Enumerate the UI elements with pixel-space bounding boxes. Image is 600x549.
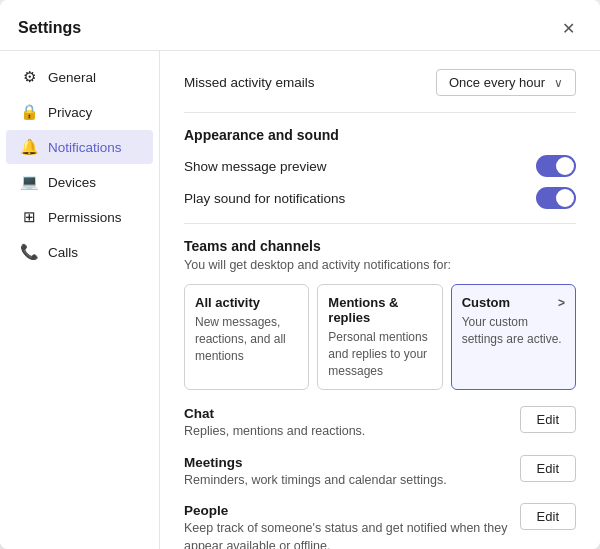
card-custom[interactable]: Custom > Your custom settings are active… xyxy=(451,284,576,390)
meetings-edit-button[interactable]: Edit xyxy=(520,455,576,482)
permissions-icon: ⊞ xyxy=(20,208,38,226)
notifications-icon: 🔔 xyxy=(20,138,38,156)
missed-activity-row: Missed activity emails Once every hour ∨ xyxy=(184,69,576,96)
card-mentions-replies-title: Mentions & replies xyxy=(328,295,431,325)
people-text: People Keep track of someone's status an… xyxy=(184,503,508,549)
card-all-activity-desc: New messages, reactions, and all mention… xyxy=(195,314,298,364)
teams-channels-section: Teams and channels You will get desktop … xyxy=(184,238,576,390)
sidebar-item-devices[interactable]: 💻Devices xyxy=(6,165,153,199)
teams-channels-heading: Teams and channels xyxy=(184,238,576,254)
title-bar: Settings ✕ xyxy=(0,0,600,51)
chat-edit-button[interactable]: Edit xyxy=(520,406,576,433)
missed-activity-value: Once every hour xyxy=(449,75,545,90)
privacy-icon: 🔒 xyxy=(20,103,38,121)
sidebar-item-notifications[interactable]: 🔔Notifications xyxy=(6,130,153,164)
card-all-activity[interactable]: All activity New messages, reactions, an… xyxy=(184,284,309,390)
close-button[interactable]: ✕ xyxy=(554,14,582,42)
play-sound-row: Play sound for notifications xyxy=(184,187,576,209)
sidebar-item-label-permissions: Permissions xyxy=(48,210,122,225)
content-area: ⚙General🔒Privacy🔔Notifications💻Devices⊞P… xyxy=(0,51,600,549)
show-message-preview-toggle[interactable] xyxy=(536,155,576,177)
dropdown-chevron-icon: ∨ xyxy=(554,76,563,90)
card-custom-chevron-icon: > xyxy=(558,296,565,310)
sidebar-item-label-general: General xyxy=(48,70,96,85)
sidebar-item-label-privacy: Privacy xyxy=(48,105,92,120)
window-title: Settings xyxy=(18,19,81,37)
sidebar-item-general[interactable]: ⚙General xyxy=(6,60,153,94)
people-name: People xyxy=(184,503,508,518)
meetings-row: Meetings Reminders, work timings and cal… xyxy=(184,455,576,490)
people-edit-button[interactable]: Edit xyxy=(520,503,576,530)
chat-section: Chat Replies, mentions and reactions. Ed… xyxy=(184,406,576,441)
card-custom-title: Custom > xyxy=(462,295,565,310)
missed-activity-dropdown[interactable]: Once every hour ∨ xyxy=(436,69,576,96)
meetings-section: Meetings Reminders, work timings and cal… xyxy=(184,455,576,490)
sidebar: ⚙General🔒Privacy🔔Notifications💻Devices⊞P… xyxy=(0,51,160,549)
people-desc: Keep track of someone's status and get n… xyxy=(184,520,508,549)
card-all-activity-title: All activity xyxy=(195,295,298,310)
card-mentions-replies[interactable]: Mentions & replies Personal mentions and… xyxy=(317,284,442,390)
sidebar-item-label-notifications: Notifications xyxy=(48,140,122,155)
card-mentions-replies-desc: Personal mentions and replies to your me… xyxy=(328,329,431,379)
devices-icon: 💻 xyxy=(20,173,38,191)
people-section: People Keep track of someone's status an… xyxy=(184,503,576,549)
sidebar-item-label-calls: Calls xyxy=(48,245,78,260)
chat-desc: Replies, mentions and reactions. xyxy=(184,423,508,441)
teams-channels-sub: You will get desktop and activity notifi… xyxy=(184,258,576,272)
show-message-preview-label: Show message preview xyxy=(184,159,327,174)
chat-name: Chat xyxy=(184,406,508,421)
sidebar-item-permissions[interactable]: ⊞Permissions xyxy=(6,200,153,234)
meetings-desc: Reminders, work timings and calendar set… xyxy=(184,472,508,490)
card-custom-title-text: Custom xyxy=(462,295,510,310)
play-sound-toggle[interactable] xyxy=(536,187,576,209)
meetings-text: Meetings Reminders, work timings and cal… xyxy=(184,455,508,490)
appearance-sound-heading: Appearance and sound xyxy=(184,127,576,143)
calls-icon: 📞 xyxy=(20,243,38,261)
meetings-name: Meetings xyxy=(184,455,508,470)
sidebar-item-calls[interactable]: 📞Calls xyxy=(6,235,153,269)
play-sound-label: Play sound for notifications xyxy=(184,191,345,206)
main-panel: Missed activity emails Once every hour ∨… xyxy=(160,51,600,549)
chat-text: Chat Replies, mentions and reactions. xyxy=(184,406,508,441)
settings-window: Settings ✕ ⚙General🔒Privacy🔔Notification… xyxy=(0,0,600,549)
card-custom-desc: Your custom settings are active. xyxy=(462,314,565,348)
divider-2 xyxy=(184,223,576,224)
show-message-preview-row: Show message preview xyxy=(184,155,576,177)
chat-row: Chat Replies, mentions and reactions. Ed… xyxy=(184,406,576,441)
sidebar-item-privacy[interactable]: 🔒Privacy xyxy=(6,95,153,129)
divider-1 xyxy=(184,112,576,113)
general-icon: ⚙ xyxy=(20,68,38,86)
teams-cards-container: All activity New messages, reactions, an… xyxy=(184,284,576,390)
sidebar-item-label-devices: Devices xyxy=(48,175,96,190)
missed-activity-label: Missed activity emails xyxy=(184,75,315,90)
appearance-sound-section: Appearance and sound Show message previe… xyxy=(184,127,576,209)
people-row: People Keep track of someone's status an… xyxy=(184,503,576,549)
